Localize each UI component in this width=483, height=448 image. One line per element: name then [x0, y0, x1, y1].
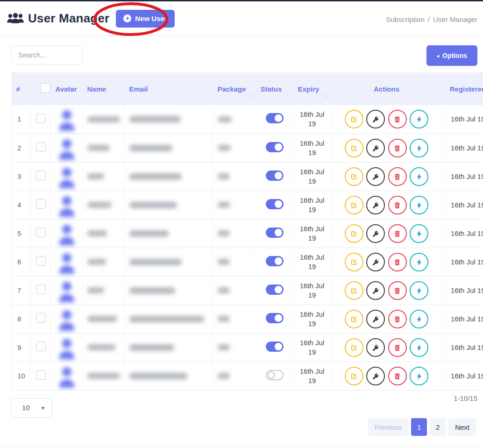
delete-action-button[interactable]	[388, 281, 407, 300]
edit-action-button[interactable]	[345, 139, 363, 157]
edit-icon	[350, 344, 358, 352]
edit-action-button[interactable]	[345, 167, 363, 186]
edit-action-button[interactable]	[345, 196, 363, 214]
edit-action-button[interactable]	[345, 310, 363, 328]
search-input[interactable]	[11, 45, 83, 64]
next-page-button[interactable]: Next	[448, 418, 476, 436]
row-checkbox[interactable]	[36, 256, 46, 266]
status-toggle[interactable]	[266, 313, 284, 323]
bolt-action-button[interactable]	[410, 253, 428, 271]
row-checkbox[interactable]	[36, 114, 46, 123]
edit-action-button[interactable]	[345, 253, 363, 271]
status-toggle[interactable]	[266, 256, 284, 266]
key-action-button[interactable]	[366, 338, 385, 357]
status-toggle[interactable]	[266, 199, 284, 209]
bolt-action-button[interactable]	[410, 310, 428, 328]
row-checkbox[interactable]	[36, 370, 46, 380]
status-toggle[interactable]	[266, 370, 284, 380]
row-checkbox[interactable]	[36, 171, 46, 180]
bolt-action-button[interactable]	[410, 367, 428, 385]
expiry-line2: 19	[293, 177, 331, 186]
status-toggle[interactable]	[266, 171, 284, 181]
col-email[interactable]: Email ↑↓	[125, 72, 213, 105]
key-action-button[interactable]	[366, 281, 385, 300]
page-button-2[interactable]: 2	[430, 418, 446, 436]
page-size-select[interactable]: 10 ▼	[11, 398, 52, 418]
sort-icon[interactable]: ↑↓	[324, 92, 327, 99]
row-checkbox[interactable]	[36, 284, 46, 294]
email-blur	[129, 116, 181, 122]
col-package[interactable]: Package ↑↓	[213, 72, 256, 105]
key-action-button[interactable]	[366, 139, 385, 157]
row-checkbox[interactable]	[36, 313, 46, 323]
col-status[interactable]: Status ↑↓	[256, 72, 293, 105]
key-action-button[interactable]	[366, 367, 385, 385]
new-user-button[interactable]: + New User	[116, 10, 174, 28]
sort-icon[interactable]: ↑↓	[117, 92, 121, 99]
key-action-button[interactable]	[366, 224, 385, 243]
bolt-action-button[interactable]	[410, 110, 428, 128]
table-row: 3 16th Jul19	[12, 162, 483, 191]
delete-action-button[interactable]	[388, 338, 407, 357]
row-checkbox[interactable]	[36, 142, 46, 152]
key-action-button[interactable]	[366, 167, 385, 186]
key-action-button[interactable]	[366, 110, 385, 128]
edit-action-button[interactable]	[345, 224, 363, 243]
delete-action-button[interactable]	[388, 224, 407, 243]
delete-action-button[interactable]	[388, 310, 407, 328]
row-index: 7	[17, 286, 21, 294]
sort-icon[interactable]: ↑↓	[286, 92, 290, 99]
status-toggle[interactable]	[266, 142, 284, 152]
expiry-date: 16th Jul19	[293, 281, 331, 300]
previous-page-button[interactable]: Previous	[368, 418, 408, 436]
bolt-action-button[interactable]	[410, 281, 428, 300]
status-toggle[interactable]	[266, 113, 284, 123]
col-expiry[interactable]: Expiry ↑↓	[293, 72, 331, 105]
expiry-line2: 19	[293, 148, 331, 157]
sort-icon[interactable]: ↑↓	[206, 92, 209, 99]
breadcrumb-parent[interactable]: Subscription	[386, 15, 425, 23]
edit-action-button[interactable]	[345, 338, 363, 357]
bolt-action-button[interactable]	[410, 338, 428, 357]
key-action-button[interactable]	[366, 196, 385, 214]
delete-action-button[interactable]	[388, 367, 407, 385]
bolt-action-button[interactable]	[410, 224, 428, 243]
expiry-date: 16th Jul19	[293, 253, 331, 271]
col-name[interactable]: Name ↑↓	[83, 72, 125, 105]
page-title: User Manager	[28, 11, 109, 26]
trash-icon	[393, 115, 401, 123]
table-row: 7 16th Jul19	[12, 276, 483, 305]
expiry-line1: 16th Jul	[293, 338, 331, 348]
row-checkbox[interactable]	[36, 199, 46, 209]
key-icon	[372, 287, 380, 295]
page-button-1[interactable]: 1	[411, 418, 427, 436]
edit-action-button[interactable]	[345, 110, 363, 128]
expiry-date: 16th Jul19	[293, 167, 331, 186]
status-toggle[interactable]	[266, 228, 284, 238]
bolt-action-button[interactable]	[410, 139, 428, 157]
edit-action-button[interactable]	[345, 367, 363, 385]
package-blur	[218, 316, 230, 322]
delete-action-button[interactable]	[388, 110, 407, 128]
bolt-action-button[interactable]	[410, 167, 428, 186]
status-toggle[interactable]	[266, 284, 284, 295]
select-all-checkbox[interactable]	[41, 83, 50, 93]
sort-icon[interactable]: ↑↓	[249, 92, 252, 99]
delete-action-button[interactable]	[388, 139, 407, 157]
expiry-line1: 16th Jul	[293, 139, 331, 148]
bolt-icon	[415, 258, 423, 266]
bolt-action-button[interactable]	[410, 196, 428, 214]
email-blur	[129, 373, 187, 379]
key-action-button[interactable]	[366, 253, 385, 271]
status-toggle[interactable]	[266, 341, 284, 352]
delete-action-button[interactable]	[388, 253, 407, 271]
name-blur	[87, 202, 112, 208]
key-action-button[interactable]	[366, 310, 385, 328]
options-button[interactable]: ◂Options	[426, 45, 477, 66]
row-checkbox[interactable]	[36, 341, 46, 351]
row-checkbox[interactable]	[36, 228, 46, 237]
delete-action-button[interactable]	[388, 167, 407, 186]
delete-action-button[interactable]	[388, 196, 407, 214]
edit-action-button[interactable]	[345, 281, 363, 300]
expiry-line1: 16th Jul	[293, 110, 331, 119]
